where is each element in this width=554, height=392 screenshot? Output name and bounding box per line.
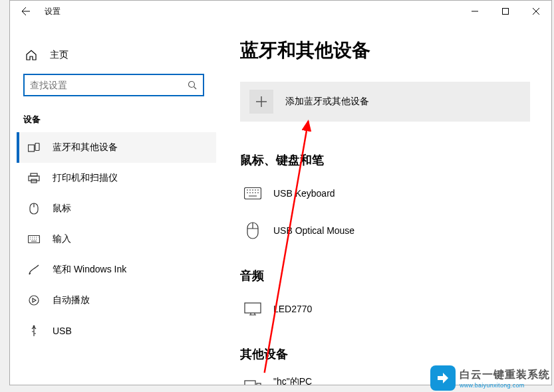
watermark-sub: www.baiyunxitong.com: [460, 382, 550, 389]
nav-item-bluetooth[interactable]: 蓝牙和其他设备: [17, 132, 216, 163]
svg-point-10: [33, 326, 35, 328]
keyboard-device-icon: [240, 187, 265, 199]
window-controls: [460, 1, 551, 22]
close-button[interactable]: [521, 1, 551, 22]
search-input[interactable]: [30, 80, 187, 90]
maximize-icon: [502, 8, 509, 15]
svg-rect-4: [31, 173, 37, 176]
close-icon: [533, 8, 539, 15]
keyboard-icon: [27, 235, 41, 243]
group-audio: 音频: [240, 268, 538, 284]
device-label: USB Keyboard: [273, 188, 335, 199]
nav-item-pen[interactable]: 笔和 Windows Ink: [17, 254, 216, 285]
svg-rect-15: [257, 383, 261, 385]
search-box[interactable]: [23, 74, 204, 96]
nav-item-usb[interactable]: USB: [17, 316, 216, 346]
nav-item-label: 蓝牙和其他设备: [53, 142, 118, 153]
nav-item-label: 自动播放: [53, 294, 90, 306]
search-container: [23, 74, 204, 96]
nav-item-label: 笔和 Windows Ink: [53, 264, 126, 276]
svg-rect-11: [245, 188, 261, 199]
svg-point-1: [189, 82, 195, 88]
nav-item-label: USB: [53, 326, 72, 336]
minimize-icon: [472, 8, 478, 15]
add-device-button[interactable]: 添加蓝牙或其他设备: [240, 82, 530, 122]
back-button[interactable]: [10, 1, 42, 22]
group-other: 其他设备: [240, 346, 538, 362]
device-monitor[interactable]: LED2770: [240, 293, 538, 325]
sidebar-section-label: 设备: [23, 114, 216, 126]
pen-icon: [27, 264, 41, 276]
titlebar: 设置: [10, 1, 551, 22]
watermark-logo-icon: [430, 365, 456, 391]
back-arrow-icon: [21, 6, 31, 17]
devices-icon: [27, 143, 41, 152]
nav-item-label: 鼠标: [53, 203, 71, 215]
nav-item-mouse[interactable]: 鼠标: [17, 193, 216, 224]
search-icon: [187, 80, 198, 90]
device-label: "hc"的PC: [273, 376, 312, 385]
nav-item-label: 输入: [53, 233, 71, 245]
device-label: USB Optical Mouse: [273, 225, 354, 236]
mouse-icon: [27, 203, 41, 215]
home-label: 主页: [50, 49, 69, 61]
nav-item-printers[interactable]: 打印机和扫描仪: [17, 163, 216, 193]
watermark: 白云一键重装系统 www.baiyunxitong.com: [430, 365, 550, 391]
group-mouse-keyboard: 鼠标、键盘和笔: [240, 152, 538, 168]
device-info: "hc"的PC 未连接: [273, 376, 312, 385]
svg-rect-5: [29, 176, 39, 181]
nav-item-label: 打印机和扫描仪: [53, 172, 118, 184]
window-title: 设置: [45, 6, 61, 17]
autoplay-icon: [27, 295, 41, 306]
watermark-text: 白云一键重装系统 www.baiyunxitong.com: [460, 368, 550, 389]
main-panel: 蓝牙和其他设备 添加蓝牙或其他设备 鼠标、键盘和笔 USB Keyboard U…: [216, 22, 551, 385]
nav-item-typing[interactable]: 输入: [17, 224, 216, 254]
minimize-button[interactable]: [460, 1, 490, 22]
monitor-device-icon: [240, 302, 265, 316]
device-label: LED2770: [273, 304, 312, 314]
svg-rect-13: [245, 303, 261, 313]
svg-rect-14: [245, 381, 255, 385]
pc-device-icon: [240, 380, 265, 385]
maximize-button[interactable]: [490, 1, 521, 22]
sidebar: 主页 设备 蓝牙和其他设备: [10, 22, 216, 385]
mouse-device-icon: [240, 222, 265, 239]
svg-point-9: [29, 296, 39, 305]
nav-item-autoplay[interactable]: 自动播放: [17, 285, 216, 316]
nav-list: 蓝牙和其他设备 打印机和扫描仪 鼠标: [17, 132, 216, 346]
content: 主页 设备 蓝牙和其他设备: [10, 22, 551, 385]
home-button[interactable]: 主页: [17, 41, 216, 70]
settings-window: 设置 主页: [9, 0, 552, 385]
svg-rect-3: [35, 144, 39, 151]
svg-rect-2: [29, 145, 35, 151]
add-device-label: 添加蓝牙或其他设备: [285, 96, 369, 108]
svg-rect-0: [503, 9, 509, 15]
home-icon: [25, 49, 38, 61]
device-keyboard[interactable]: USB Keyboard: [240, 177, 538, 209]
page-title: 蓝牙和其他设备: [240, 38, 538, 63]
device-mouse[interactable]: USB Optical Mouse: [240, 215, 538, 246]
plus-icon: [249, 90, 273, 114]
watermark-main: 白云一键重装系统: [460, 368, 550, 382]
usb-icon: [27, 325, 41, 337]
printer-icon: [27, 173, 41, 183]
